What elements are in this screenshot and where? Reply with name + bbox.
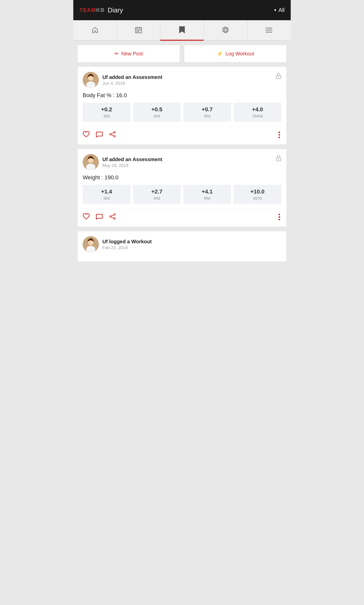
stat-value: +1.4 [85,188,128,195]
bookmark-icon [179,26,185,36]
footer-actions [83,213,116,222]
nav-bar [73,20,291,41]
nav-calendar[interactable] [117,20,160,40]
nav-home[interactable] [73,20,117,40]
logo: TEAMKB [79,7,105,13]
like-button[interactable] [83,131,90,139]
avatar [83,154,99,170]
app-header: TEAMKB Diary ▼ All [73,0,291,20]
svg-point-22 [278,76,279,77]
card-footer [83,209,281,222]
logo-kb: KB [96,7,105,13]
card-action-text: Uf logged a Workout [102,238,152,245]
new-post-button[interactable]: ✏ New Post [77,45,180,62]
card-action-text: Uf added an Assessment [102,74,162,80]
new-post-label: New Post [121,51,143,57]
card-header-info: Uf added an Assessment May 29, 2018 [102,156,162,168]
svg-point-43 [279,216,280,218]
stat-label: 90d [185,196,229,200]
svg-point-42 [279,214,280,215]
stat-label: 1545d [236,114,279,118]
lock-icon [276,155,281,163]
log-workout-icon: ⚡ [217,51,223,57]
comment-button[interactable] [96,131,103,139]
filter-control[interactable]: ▼ All [274,7,285,13]
svg-point-36 [278,159,279,160]
like-button[interactable] [83,213,90,222]
svg-point-28 [279,132,280,133]
lock-icon [276,72,281,80]
diary-card-1: Uf added an Assessment Jun 4, 2018 Body … [77,67,287,145]
menu-icon [265,27,273,35]
stat-box: +0.5 60d [133,103,181,122]
card-username: Uf [102,239,108,244]
svg-line-40 [111,215,114,216]
svg-rect-5 [138,30,139,31]
more-options-button[interactable] [277,213,281,222]
log-workout-label: Log Workout [225,51,254,57]
svg-rect-4 [136,30,138,31]
card-metric: Body Fat % : 16.0 [83,92,281,99]
card-date: May 29, 2018 [102,163,162,168]
svg-point-29 [279,134,280,136]
nav-more[interactable] [247,20,291,40]
svg-point-44 [279,219,280,220]
stat-label: 827d [236,196,279,200]
card-header-info: Uf added an Assessment Jun 4, 2018 [102,74,162,86]
svg-point-30 [279,137,280,138]
card-footer [83,127,281,139]
logo-team: TEAM [79,7,96,13]
stat-label: 90d [185,114,229,118]
diary-card-3: Uf logged a Workout Feb 23, 2018 [77,231,287,262]
stat-box: +1.4 30d [83,185,130,204]
card-header-left: Uf added an Assessment May 29, 2018 [83,154,162,170]
calendar-icon [135,26,142,35]
avatar [83,236,99,252]
svg-rect-6 [140,30,141,31]
nav-community[interactable] [204,20,247,40]
header-left: TEAMKB Diary [79,6,123,14]
stat-value: +4.0 [236,106,279,113]
avatar [83,72,99,88]
card-action-text: Uf added an Assessment [102,156,162,163]
stat-value: +4.1 [185,188,229,195]
home-icon [91,26,99,35]
svg-point-39 [114,218,115,219]
svg-point-23 [114,132,115,133]
stat-label: 30d [85,196,128,200]
filter-arrow-icon: ▼ [274,8,277,12]
svg-line-26 [111,133,114,134]
log-workout-button[interactable]: ⚡ Log Workout [184,45,287,62]
stat-label: 60d [135,196,179,200]
comment-button[interactable] [96,213,103,222]
stat-value: +0.5 [135,106,179,113]
svg-point-24 [110,134,111,135]
card-metric: Weight : 190.0 [83,174,281,181]
card-date: Jun 4, 2018 [102,81,162,86]
stat-box: +4.1 90d [183,185,231,204]
stat-value: +2.7 [135,188,179,195]
stat-value: +0.2 [85,106,128,113]
nav-diary[interactable] [160,20,204,40]
share-button[interactable] [109,131,116,139]
more-options-button[interactable] [277,131,281,139]
card-header-left: Uf added an Assessment Jun 4, 2018 [83,72,162,88]
diary-card-2: Uf added an Assessment May 29, 2018 Weig… [77,149,287,227]
card-date: Feb 23, 2018 [102,245,152,250]
page-title: Diary [108,6,123,14]
stat-box: +4.0 1545d [234,103,281,122]
stat-label: 60d [135,114,179,118]
stats-grid: +0.2 30d +0.5 60d +0.7 90d +4.0 1545d [83,103,281,122]
card-header-left: Uf logged a Workout Feb 23, 2018 [83,236,152,252]
action-buttons: ✏ New Post ⚡ Log Workout [73,41,291,67]
filter-label: All [279,7,285,13]
card-header: Uf added an Assessment May 29, 2018 [83,154,281,170]
footer-actions [83,131,116,139]
share-button[interactable] [109,213,116,222]
svg-point-37 [114,214,115,215]
svg-point-38 [110,216,111,217]
stat-label: 30d [85,114,128,118]
svg-line-41 [111,217,114,218]
card-username: Uf [102,74,108,80]
stats-grid: +1.4 30d +2.7 60d +4.1 90d +10.0 827d [83,185,281,204]
